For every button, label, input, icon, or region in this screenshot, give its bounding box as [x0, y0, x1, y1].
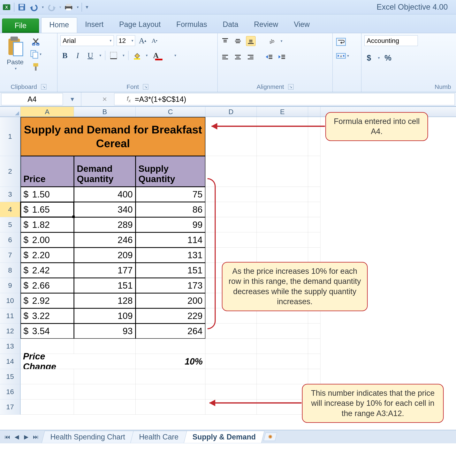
save-icon[interactable]: [17, 3, 26, 12]
italic-button[interactable]: I: [73, 51, 82, 60]
align-top-icon[interactable]: [221, 36, 230, 46]
cell-B8[interactable]: 177: [74, 263, 136, 278]
bold-button[interactable]: B: [60, 51, 70, 60]
cell[interactable]: [74, 384, 136, 400]
row-header-9[interactable]: 9: [0, 278, 21, 293]
header-price[interactable]: Price: [21, 156, 74, 187]
number-format-selector[interactable]: Accounting: [364, 35, 418, 46]
cut-icon[interactable]: [30, 36, 42, 47]
font-size-selector[interactable]: 12▾: [117, 35, 135, 46]
shrink-font-icon[interactable]: A▾: [150, 36, 159, 46]
cell-A6[interactable]: $2.00: [21, 232, 74, 247]
cell[interactable]: [136, 400, 205, 415]
sheet-nav-prev-icon[interactable]: ◀: [13, 433, 21, 441]
grow-font-icon[interactable]: A▴: [138, 36, 147, 46]
cell-A4[interactable]: $1.65: [21, 202, 74, 217]
increase-indent-icon[interactable]: [277, 52, 286, 62]
tab-view[interactable]: View: [286, 17, 317, 33]
cell[interactable]: [74, 400, 136, 415]
cell[interactable]: [21, 400, 74, 415]
col-header-A[interactable]: A: [21, 107, 74, 117]
cell-A9[interactable]: $2.66: [21, 278, 74, 293]
cell-B11[interactable]: 109: [74, 308, 136, 323]
sheet-title[interactable]: Supply and Demand for Breakfast Cereal: [21, 117, 205, 156]
row-header-17[interactable]: 17: [0, 400, 21, 415]
cell-C3[interactable]: 75: [136, 187, 205, 202]
sheet-nav-first-icon[interactable]: ⏮: [3, 433, 11, 441]
cell[interactable]: [136, 369, 205, 384]
row-header-12[interactable]: 12: [0, 323, 21, 339]
tab-insert[interactable]: Insert: [77, 17, 111, 33]
format-painter-icon[interactable]: [30, 62, 42, 72]
cell-C7[interactable]: 131: [136, 247, 205, 263]
cell[interactable]: [74, 339, 136, 354]
cell-C4[interactable]: 86: [136, 202, 205, 217]
name-box-dropdown[interactable]: ▼: [63, 92, 81, 106]
print-dropdown-icon[interactable]: ▾: [77, 5, 79, 9]
sheet-tab-health-care[interactable]: Health Care: [131, 431, 187, 443]
cell-A10[interactable]: $2.92: [21, 293, 74, 308]
paste-button[interactable]: Paste ▾: [3, 35, 27, 71]
cell-B5[interactable]: 289: [74, 217, 136, 232]
cell-C11[interactable]: 229: [136, 308, 205, 323]
cell-C9[interactable]: 173: [136, 278, 205, 293]
row-header-16[interactable]: 16: [0, 384, 21, 400]
undo-dropdown-icon[interactable]: ▾: [42, 5, 44, 9]
cell-C8[interactable]: 151: [136, 263, 205, 278]
cell[interactable]: [74, 354, 136, 369]
orientation-icon[interactable]: ab: [267, 36, 276, 46]
cell[interactable]: [136, 384, 205, 400]
font-color-dropdown-icon[interactable]: ▾: [174, 53, 176, 58]
copy-icon[interactable]: ▾: [30, 49, 42, 60]
align-left-icon[interactable]: [221, 52, 230, 62]
col-header-C[interactable]: C: [136, 107, 205, 117]
row-header-8[interactable]: 8: [0, 263, 21, 278]
borders-icon[interactable]: [109, 51, 118, 60]
cell-B4[interactable]: 340: [74, 202, 136, 217]
align-bottom-icon[interactable]: [246, 36, 255, 46]
decrease-indent-icon[interactable]: [264, 52, 274, 62]
print-icon[interactable]: [64, 3, 73, 12]
fx-icon[interactable]: fx: [127, 95, 131, 103]
cell-B6[interactable]: 246: [74, 232, 136, 247]
row-header-13[interactable]: 13: [0, 339, 21, 354]
cell-A12[interactable]: $3.54: [21, 323, 74, 339]
cell-C12[interactable]: 264: [136, 323, 205, 339]
sheet-tab-supply-demand[interactable]: Supply & Demand: [184, 431, 264, 443]
tab-page-layout[interactable]: Page Layout: [111, 17, 168, 33]
cell-C10[interactable]: 200: [136, 293, 205, 308]
qat-customize-icon[interactable]: ▾: [86, 4, 88, 10]
cell[interactable]: [74, 369, 136, 384]
col-header-D[interactable]: D: [205, 107, 257, 117]
underline-dropdown-icon[interactable]: ▾: [99, 53, 101, 58]
merge-dropdown-icon[interactable]: ▾: [347, 54, 349, 58]
cell-A5[interactable]: $1.82: [21, 217, 74, 232]
tab-file[interactable]: File: [2, 18, 39, 33]
underline-button[interactable]: U: [86, 51, 95, 60]
font-dialog-launcher-icon[interactable]: ↘: [143, 84, 148, 90]
fill-color-dropdown-icon[interactable]: ▾: [146, 53, 148, 58]
percent-format-icon[interactable]: %: [384, 53, 393, 63]
tab-review[interactable]: Review: [246, 17, 286, 33]
row-header-6[interactable]: 6: [0, 232, 21, 247]
row-header-11[interactable]: 11: [0, 308, 21, 323]
wrap-text-icon[interactable]: [336, 37, 346, 47]
formula-text[interactable]: =A3*(1+$C$14): [135, 95, 186, 104]
alignment-dialog-launcher-icon[interactable]: ↘: [288, 84, 294, 90]
name-box[interactable]: A4: [1, 93, 63, 105]
sheet-nav-next-icon[interactable]: ▶: [22, 433, 30, 441]
tab-data[interactable]: Data: [215, 17, 246, 33]
cell-B12[interactable]: 93: [74, 323, 136, 339]
merge-center-icon[interactable]: a▾: [336, 51, 349, 61]
cell-C6[interactable]: 114: [136, 232, 205, 247]
col-header-B[interactable]: B: [74, 107, 136, 117]
cell-A11[interactable]: $3.22: [21, 308, 74, 323]
align-right-icon[interactable]: [246, 52, 255, 62]
row-header-5[interactable]: 5: [0, 217, 21, 232]
new-sheet-icon[interactable]: ✺: [263, 433, 277, 441]
cell[interactable]: [21, 384, 74, 400]
redo-dropdown-icon[interactable]: ▾: [59, 5, 61, 9]
header-demand[interactable]: Demand Quantity: [74, 156, 136, 187]
row-header-3[interactable]: 3: [0, 187, 21, 202]
paste-dropdown-icon[interactable]: ▾: [15, 66, 17, 71]
